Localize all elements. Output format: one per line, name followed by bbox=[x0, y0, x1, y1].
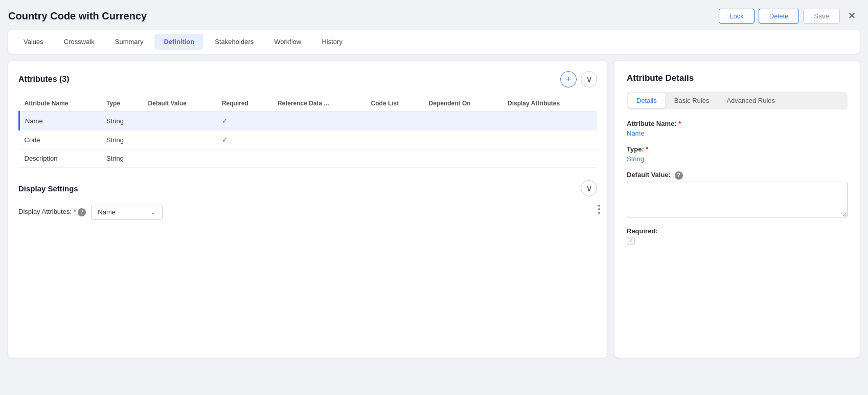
attr-code-list-cell bbox=[366, 149, 424, 168]
display-settings-header: Display Settings ∨ bbox=[18, 180, 597, 196]
help-icon[interactable]: ? bbox=[675, 171, 683, 180]
required-star: * bbox=[646, 145, 648, 153]
collapse-display-settings-button[interactable]: ∨ bbox=[581, 180, 597, 196]
col-display-attrs: Display Attributes bbox=[502, 96, 597, 112]
display-settings-title: Display Settings bbox=[18, 184, 78, 193]
type-field-group: Type: * String bbox=[627, 145, 848, 163]
checkbox-check-icon: ✓ bbox=[629, 237, 633, 244]
table-row[interactable]: Description String bbox=[19, 149, 598, 168]
table-header-row: Attribute Name Type Default Value Requir… bbox=[19, 96, 598, 112]
attr-default-cell bbox=[143, 130, 217, 149]
chevron-down-icon: ⌄ bbox=[151, 209, 156, 216]
attr-name-cell: Name bbox=[19, 112, 101, 130]
attr-dependent-cell bbox=[424, 112, 502, 130]
tabs-bar: Values Crosswalk Summary Definition Stak… bbox=[8, 30, 860, 54]
attr-required-cell: ✓ bbox=[217, 112, 272, 130]
attributes-section-header: Attributes (3) + ∨ bbox=[18, 71, 597, 87]
default-value-textarea[interactable] bbox=[627, 182, 848, 217]
page-header: Country Code with Currency Lock Delete S… bbox=[8, 8, 860, 24]
tab-advanced-rules[interactable]: Advanced Rules bbox=[718, 93, 783, 108]
col-type: Type bbox=[101, 96, 143, 112]
attr-code-list-cell bbox=[366, 130, 424, 149]
type-value: String bbox=[627, 155, 848, 163]
attr-ref-data-cell bbox=[272, 149, 366, 168]
attribute-name-value: Name bbox=[627, 129, 848, 137]
tab-crosswalk[interactable]: Crosswalk bbox=[55, 34, 104, 50]
tab-details[interactable]: Details bbox=[628, 93, 665, 108]
detail-tabs: Details Basic Rules Advanced Rules bbox=[627, 92, 848, 109]
col-reference-data: Reference Data ... bbox=[272, 96, 366, 112]
tab-summary[interactable]: Summary bbox=[106, 34, 153, 50]
tab-history[interactable]: History bbox=[312, 34, 351, 50]
col-dependent-on: Dependent On bbox=[424, 96, 502, 112]
display-settings-section: Display Settings ∨ Display Attributes: *… bbox=[18, 180, 597, 220]
attributes-table: Attribute Name Type Default Value Requir… bbox=[18, 96, 597, 168]
required-field-group: Required: ✓ bbox=[627, 227, 848, 245]
required-check-icon: ✓ bbox=[222, 136, 228, 144]
context-menu-button[interactable] bbox=[596, 203, 602, 216]
attr-type-cell: String bbox=[101, 149, 143, 168]
table-row[interactable]: Name String ✓ bbox=[19, 112, 598, 130]
header-actions: Lock Delete Save ✕ bbox=[719, 8, 860, 24]
save-button[interactable]: Save bbox=[803, 9, 840, 24]
attr-ref-data-cell bbox=[272, 112, 366, 130]
tab-values[interactable]: Values bbox=[14, 34, 53, 50]
attr-required-cell bbox=[217, 149, 272, 168]
attr-default-cell bbox=[143, 149, 217, 168]
attr-display-cell bbox=[502, 130, 597, 149]
default-value-label: Default Value: ? bbox=[627, 171, 848, 180]
right-panel: Attribute Details Details Basic Rules Ad… bbox=[614, 61, 860, 358]
type-label: Type: * bbox=[627, 145, 848, 153]
attributes-title: Attributes (3) bbox=[18, 75, 70, 84]
add-attribute-button[interactable]: + bbox=[560, 71, 577, 87]
attr-type-cell: String bbox=[101, 112, 143, 130]
close-button[interactable]: ✕ bbox=[844, 8, 860, 24]
tab-definition[interactable]: Definition bbox=[154, 34, 203, 50]
page-title: Country Code with Currency bbox=[8, 10, 147, 22]
display-attrs-dropdown[interactable]: Name ⌄ bbox=[91, 205, 163, 220]
attr-default-cell bbox=[143, 112, 217, 130]
attr-display-cell bbox=[502, 149, 597, 168]
attr-required-cell: ✓ bbox=[217, 130, 272, 149]
attr-display-cell bbox=[502, 112, 597, 130]
tab-basic-rules[interactable]: Basic Rules bbox=[666, 93, 718, 108]
main-content: Attributes (3) + ∨ Attribute Name Type D… bbox=[8, 61, 860, 358]
attr-ref-data-cell bbox=[272, 130, 366, 149]
delete-button[interactable]: Delete bbox=[759, 9, 800, 24]
required-star: * bbox=[74, 208, 76, 215]
col-code-list: Code List bbox=[366, 96, 424, 112]
col-attribute-name: Attribute Name bbox=[19, 96, 101, 112]
col-default-value: Default Value bbox=[143, 96, 217, 112]
lock-button[interactable]: Lock bbox=[719, 9, 754, 24]
required-checkbox[interactable]: ✓ bbox=[627, 237, 635, 245]
dot-icon bbox=[598, 212, 600, 214]
attr-type-cell: String bbox=[101, 130, 143, 149]
attr-name-cell: Code bbox=[19, 130, 101, 149]
dot-icon bbox=[598, 205, 600, 207]
attr-name-cell: Description bbox=[19, 149, 101, 168]
attribute-name-field-group: Attribute Name: * Name bbox=[627, 120, 848, 137]
tab-stakeholders[interactable]: Stakeholders bbox=[205, 34, 263, 50]
attr-code-list-cell bbox=[366, 112, 424, 130]
tab-workflow[interactable]: Workflow bbox=[265, 34, 310, 50]
display-attrs-row: Display Attributes: * ? Name ⌄ bbox=[18, 205, 597, 220]
attributes-actions: + ∨ bbox=[560, 71, 597, 87]
required-label: Required: bbox=[627, 227, 848, 235]
display-attrs-label: Display Attributes: * ? bbox=[18, 208, 86, 216]
attr-dependent-cell bbox=[424, 130, 502, 149]
required-check-icon: ✓ bbox=[222, 117, 228, 125]
left-panel: Attributes (3) + ∨ Attribute Name Type D… bbox=[8, 61, 607, 358]
dot-icon bbox=[598, 208, 600, 210]
help-icon[interactable]: ? bbox=[78, 208, 86, 216]
collapse-attributes-button[interactable]: ∨ bbox=[581, 71, 597, 87]
col-required: Required bbox=[217, 96, 272, 112]
attribute-details-title: Attribute Details bbox=[627, 73, 848, 83]
dropdown-value: Name bbox=[98, 208, 116, 216]
table-row[interactable]: Code String ✓ bbox=[19, 130, 598, 149]
attr-dependent-cell bbox=[424, 149, 502, 168]
default-value-field-group: Default Value: ? bbox=[627, 171, 848, 219]
required-star: * bbox=[678, 120, 681, 127]
attribute-name-label: Attribute Name: * bbox=[627, 120, 848, 127]
